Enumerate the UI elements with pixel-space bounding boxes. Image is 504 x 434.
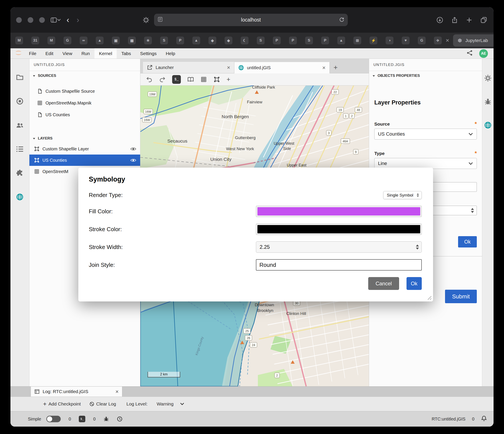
stroke-color-input[interactable]	[256, 224, 422, 235]
new-tab-icon[interactable]	[466, 17, 472, 23]
close-window-button[interactable]	[16, 17, 22, 23]
menu-help[interactable]: Help	[161, 48, 180, 59]
favicon[interactable]: P	[321, 36, 329, 45]
new-tab-button[interactable]: +	[330, 62, 342, 73]
extensions-icon[interactable]	[16, 169, 24, 177]
favicon[interactable]: ♥	[402, 36, 410, 45]
close-tab-icon[interactable]: ×	[227, 64, 230, 71]
favicon[interactable]: P	[176, 36, 184, 45]
share-icon[interactable]	[467, 50, 473, 57]
submit-button[interactable]: Submit	[445, 290, 477, 303]
debugger-status-icon[interactable]	[103, 416, 109, 422]
favicon[interactable]: ∞	[80, 36, 88, 45]
close-log-icon[interactable]: ×	[115, 389, 119, 395]
favicon[interactable]: ⊞	[353, 36, 361, 45]
favicon[interactable]: S	[257, 36, 265, 45]
tab-overview-icon[interactable]	[480, 17, 487, 23]
layers-section-header[interactable]: LAYERS	[29, 134, 140, 143]
new-raster-layer-icon[interactable]	[200, 76, 207, 82]
back-button[interactable]: ‹	[67, 16, 69, 24]
bell-icon[interactable]	[481, 416, 487, 423]
stepper-arrows-icon[interactable]	[416, 245, 419, 250]
favicon[interactable]: ▲	[96, 36, 104, 45]
log-tab[interactable]: Log: RTC:untitled.jGIS ×	[31, 387, 122, 397]
objects-properties-header[interactable]: OBJECTS PROPERTIES	[369, 71, 482, 81]
tab-launcher[interactable]: Launcher ×	[143, 62, 234, 73]
menu-file[interactable]: File	[24, 48, 41, 59]
jgis-panel-icon[interactable]	[484, 121, 492, 129]
favicon[interactable]: ☾	[241, 36, 249, 45]
menu-view[interactable]: View	[58, 48, 77, 59]
file-browser-icon[interactable]	[16, 73, 24, 81]
close-tab-icon[interactable]: ×	[322, 64, 325, 71]
favicon[interactable]: P	[289, 36, 297, 45]
undo-icon[interactable]	[146, 76, 153, 82]
ok-button[interactable]: Ok	[406, 277, 422, 290]
jgis-globe-icon[interactable]	[16, 193, 24, 201]
console-icon[interactable]: $_	[172, 75, 181, 84]
running-sessions-icon[interactable]	[16, 97, 24, 105]
add-layer-icon[interactable]: +	[226, 76, 230, 83]
menu-settings[interactable]: Settings	[135, 48, 161, 59]
favicon[interactable]: S	[305, 36, 313, 45]
favicon[interactable]: ◆	[225, 36, 232, 45]
user-avatar[interactable]: AE	[479, 49, 488, 58]
favicon[interactable]: M	[47, 36, 55, 45]
menu-run[interactable]: Run	[77, 48, 94, 59]
property-inspector-icon[interactable]	[484, 74, 492, 82]
stroke-width-input[interactable]	[256, 244, 397, 250]
source-item[interactable]: OpenStreetMap.Mapnik	[29, 97, 140, 109]
simple-mode-toggle[interactable]	[46, 416, 61, 422]
close-tab-icon[interactable]: ×	[442, 37, 453, 44]
properties-ok-button[interactable]: Ok	[458, 236, 477, 247]
dialog-resize-grip[interactable]	[427, 295, 431, 300]
favicon[interactable]: ✳	[144, 36, 152, 45]
terminal-icon[interactable]: $_	[79, 416, 85, 422]
source-item[interactable]: Custom Shapefile Source	[29, 85, 140, 97]
favicon[interactable]: ◈	[208, 36, 216, 45]
basemap-icon[interactable]	[187, 76, 194, 82]
clear-log-button[interactable]: Clear Log	[85, 397, 120, 411]
render-type-select[interactable]: Single Symbol	[383, 191, 422, 199]
visibility-eye-icon[interactable]	[130, 158, 136, 162]
favicon[interactable]: 31	[31, 36, 39, 45]
stepper-arrows-icon[interactable]	[471, 208, 474, 213]
favicon[interactable]: S	[160, 36, 168, 45]
active-browser-tab[interactable]: JupyterLab	[453, 34, 494, 46]
cancel-button[interactable]: Cancel	[368, 277, 399, 290]
reader-icon[interactable]	[158, 17, 163, 23]
fill-color-input[interactable]	[256, 206, 422, 217]
downloads-icon[interactable]	[437, 17, 443, 23]
layer-item[interactable]: US Counties	[29, 154, 140, 166]
favicon[interactable]: ◑	[386, 36, 394, 45]
source-select[interactable]: US Counties	[374, 129, 477, 139]
share-sheet-icon[interactable]	[451, 17, 458, 23]
sidebar-toggle-icon[interactable]	[51, 17, 57, 23]
visibility-eye-icon[interactable]	[130, 147, 136, 151]
favicon[interactable]: G	[63, 36, 71, 45]
log-level-select[interactable]: Warning	[157, 401, 184, 407]
minimize-window-button[interactable]	[28, 17, 33, 23]
menu-kernel[interactable]: Kernel	[94, 48, 117, 59]
sources-section-header[interactable]: SOURCES	[29, 71, 140, 81]
layer-item[interactable]: Custom Shapefile Layer	[29, 143, 140, 154]
zoom-window-button[interactable]	[39, 17, 45, 23]
sidebar-chevron-icon[interactable]	[57, 18, 61, 21]
collaboration-icon[interactable]	[16, 121, 24, 129]
favicon[interactable]: ▦	[128, 36, 136, 45]
new-vector-layer-icon[interactable]	[214, 76, 220, 82]
favicon[interactable]: G	[418, 36, 426, 45]
favicon[interactable]: ✈	[434, 36, 442, 45]
address-bar[interactable]: localhost	[154, 14, 348, 26]
forward-button[interactable]: ›	[77, 16, 79, 24]
favicon[interactable]: P	[273, 36, 281, 45]
join-style-input[interactable]	[256, 259, 422, 271]
favicon[interactable]: ▲	[337, 36, 345, 45]
type-select[interactable]: Line	[374, 158, 477, 169]
history-icon[interactable]	[117, 416, 123, 422]
debugger-icon[interactable]	[484, 98, 492, 106]
table-of-contents-icon[interactable]	[16, 145, 24, 153]
favicon[interactable]: ▲	[192, 36, 200, 45]
favicon[interactable]: ⚡	[369, 36, 377, 45]
redo-icon[interactable]	[159, 76, 166, 82]
